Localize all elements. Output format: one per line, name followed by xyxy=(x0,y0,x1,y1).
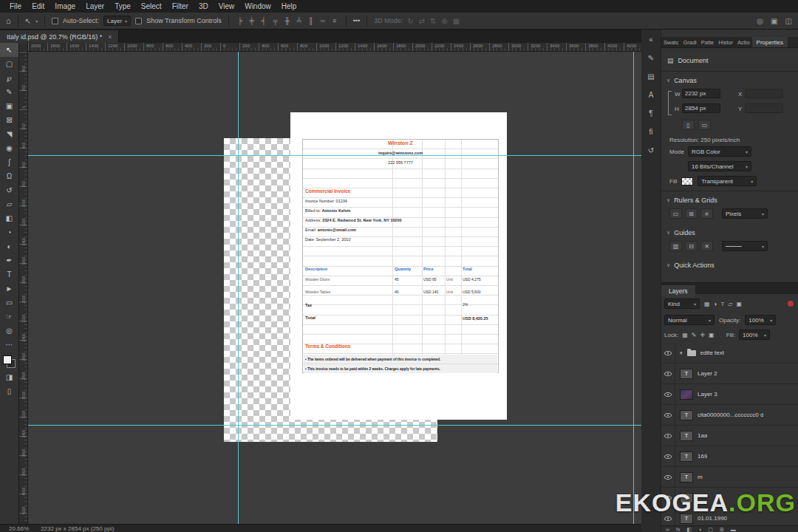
opacity-dropdown[interactable]: 100%▾ xyxy=(745,315,776,325)
layers-tab[interactable]: Layers xyxy=(661,285,695,297)
workspace-switcher-icon[interactable]: ◫ xyxy=(785,17,792,25)
menu-select[interactable]: Select xyxy=(136,2,167,10)
color-swatches[interactable] xyxy=(3,355,16,368)
dodge-tool[interactable]: ◐ xyxy=(0,239,18,253)
quick-selection-tool[interactable]: ✎ xyxy=(0,85,18,99)
toggle-rulers-icon[interactable]: ▭ xyxy=(669,208,682,219)
distribute-v-icon[interactable]: ═ xyxy=(318,17,327,24)
units-dropdown[interactable]: Pixels▾ xyxy=(722,208,768,219)
align-bottom-icon[interactable]: ╧ xyxy=(295,17,304,24)
lock-position-icon[interactable]: ✛ xyxy=(700,332,705,338)
gradient-tool[interactable]: ◧ xyxy=(0,211,18,225)
menu-file[interactable]: File xyxy=(4,2,27,10)
delete-layer-icon[interactable]: ▬ xyxy=(731,527,736,532)
lock-pixels-icon[interactable]: ✎ xyxy=(692,332,697,338)
screen-mode-icon[interactable]: ▯ xyxy=(0,384,18,398)
filter-smart-icon[interactable]: ▣ xyxy=(736,301,742,307)
blend-mode-dropdown[interactable]: Normal▾ xyxy=(664,315,715,325)
arrange-documents-icon[interactable]: ▣ xyxy=(771,17,777,25)
fill-dropdown[interactable]: Transparent▾ xyxy=(698,176,757,186)
guides-header[interactable]: ∨ Guides xyxy=(661,228,798,238)
auto-select-checkbox[interactable] xyxy=(52,18,58,24)
eraser-tool[interactable]: ▱ xyxy=(0,197,18,211)
lock-transparency-icon[interactable]: ▦ xyxy=(682,332,688,338)
h-ruler[interactable]: 2000180016001400120010008006004002000200… xyxy=(28,43,641,52)
document-page[interactable]: Winston Z inquire@winstonz.com 222 555 7… xyxy=(290,112,507,420)
align-left-icon[interactable]: ╞ xyxy=(236,17,245,24)
layer-row[interactable]: T Layer 2 xyxy=(661,364,798,384)
tool-preset-caret-icon[interactable]: ▾ xyxy=(35,18,38,24)
menu-image[interactable]: Image xyxy=(50,2,81,10)
marquee-tool[interactable]: ▢ xyxy=(0,57,18,71)
zoom-level[interactable]: 20.66% xyxy=(9,525,29,532)
bit-depth-dropdown[interactable]: 16 Bits/Channel▾ xyxy=(688,161,751,171)
brush-tool[interactable]: ʃ xyxy=(0,155,18,169)
edit-toolbar-icon[interactable]: ⋯ xyxy=(0,338,18,352)
menu-type[interactable]: Type xyxy=(109,2,136,10)
hand-tool[interactable]: ☞ xyxy=(0,310,18,324)
layer-row[interactable]: T 1aa xyxy=(661,426,798,446)
canvas-width-input[interactable] xyxy=(682,89,720,98)
quick-actions-header[interactable]: ∨ Quick Actions xyxy=(661,260,798,270)
layer-group-icon[interactable]: ▢ xyxy=(708,527,713,532)
align-center-h-icon[interactable]: ╪ xyxy=(248,17,256,24)
new-guide-icon[interactable]: ▥ xyxy=(669,241,682,251)
crop-tool[interactable]: ▣ xyxy=(0,99,18,113)
clear-guides-icon[interactable]: ✕ xyxy=(700,241,713,251)
show-transform-checkbox[interactable] xyxy=(135,18,142,24)
rulers-grids-header[interactable]: ∨ Rulers & Grids xyxy=(661,195,798,205)
layer-fill-dropdown[interactable]: 100%▾ xyxy=(739,330,770,340)
color-mode-dropdown[interactable]: RGB Color▾ xyxy=(688,146,751,157)
distribute-spacing-icon[interactable]: ≡ xyxy=(330,17,339,24)
group-chevron-icon[interactable]: ▾ xyxy=(680,350,683,356)
layer-row[interactable]: T 169 xyxy=(661,446,798,467)
panel-tab-actions[interactable]: Actio xyxy=(735,37,752,47)
align-center-v-icon[interactable]: ╫ xyxy=(283,17,292,24)
v-ruler[interactable]: 4002000200400600800100012001400160018002… xyxy=(19,52,28,524)
panel-tab-gradients[interactable]: Gradi xyxy=(681,37,698,47)
eyedropper-tool[interactable]: ◥ xyxy=(0,127,18,141)
healing-brush-tool[interactable]: ◉ xyxy=(0,141,18,155)
document-tab[interactable]: Italy id.psd @ 20.7% (RGB/16) * × xyxy=(0,30,119,43)
filter-toggle-icon[interactable] xyxy=(788,301,794,307)
panel-tab-history[interactable]: Histor xyxy=(716,37,735,47)
layer-visibility-toggle[interactable] xyxy=(661,343,675,363)
layer-visibility-toggle[interactable] xyxy=(661,467,675,487)
type-tool[interactable]: T xyxy=(0,267,18,282)
menu-3d[interactable]: 3D xyxy=(194,2,214,10)
menu-window[interactable]: Window xyxy=(239,2,276,10)
canvas-height-input[interactable] xyxy=(682,103,720,113)
frame-tool[interactable]: ⊠ xyxy=(0,113,18,127)
panel-tab-properties[interactable]: Properties xyxy=(752,37,788,47)
document-selector[interactable]: ▤ Document xyxy=(661,54,798,67)
brush-settings-icon[interactable]: ✎ xyxy=(648,54,654,62)
expand-panels-icon[interactable]: « xyxy=(649,35,653,44)
layer-visibility-toggle[interactable] xyxy=(661,405,675,425)
align-right-icon[interactable]: ╡ xyxy=(259,17,268,24)
lock-guides-icon[interactable]: ⊟ xyxy=(685,241,698,251)
search-icon[interactable]: ◎ xyxy=(757,17,763,25)
lock-all-icon[interactable]: ▣ xyxy=(709,332,715,338)
libraries-icon[interactable]: ▤ xyxy=(647,72,654,81)
panel-tab-swatches[interactable]: Swatc xyxy=(661,37,681,47)
menu-help[interactable]: Help xyxy=(276,2,302,10)
paragraph-panel-icon[interactable]: ¶ xyxy=(649,109,652,117)
distribute-h-icon[interactable]: ║ xyxy=(307,17,316,24)
layer-row[interactable]: Layer 3 xyxy=(661,384,798,405)
path-selection-tool[interactable]: ► xyxy=(0,282,18,296)
kind-filter-dropdown[interactable]: Kind▾ xyxy=(664,299,700,309)
filter-type-icon[interactable]: T xyxy=(720,301,724,307)
portrait-orientation-button[interactable]: ▯ xyxy=(682,120,695,130)
filter-adjustment-icon[interactable]: ◑ xyxy=(714,301,717,307)
history-panel-icon[interactable]: ↺ xyxy=(648,146,654,154)
layer-effects-icon[interactable]: fx xyxy=(676,527,680,532)
glyphs-panel-icon[interactable]: ﬁ xyxy=(649,128,653,136)
canvas-area[interactable]: Winston Z inquire@winstonz.com 222 555 7… xyxy=(28,52,641,524)
close-icon[interactable]: × xyxy=(108,33,112,41)
blur-tool[interactable]: ◔ xyxy=(0,225,18,239)
panel-tab-patterns[interactable]: Patte xyxy=(699,37,717,47)
layer-visibility-toggle[interactable] xyxy=(661,384,675,404)
snap-icon[interactable]: # xyxy=(700,208,713,219)
menu-edit[interactable]: Edit xyxy=(27,2,50,10)
filter-shape-icon[interactable]: ▱ xyxy=(728,301,732,307)
